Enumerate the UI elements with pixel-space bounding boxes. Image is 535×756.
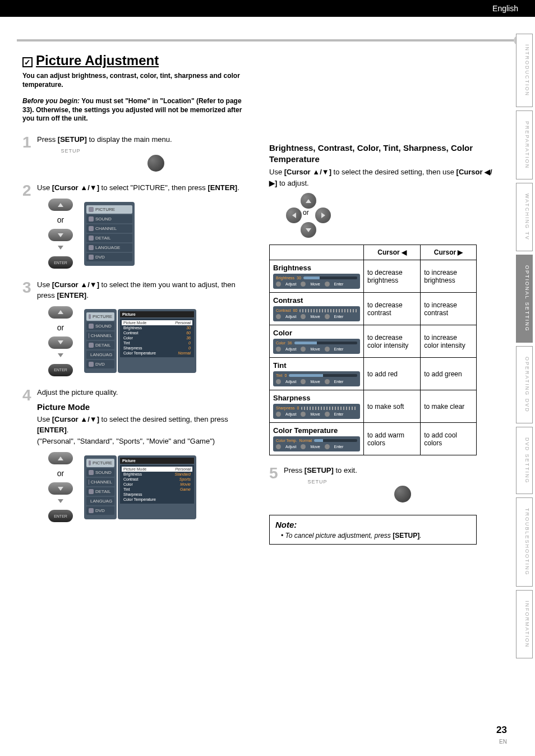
setup-button-figure: SETUP bbox=[306, 479, 499, 503]
osd-param-value: 0 bbox=[297, 406, 299, 410]
step-2-text: Use [Cursor ▲/▼] to select "PICTURE", th… bbox=[37, 183, 252, 193]
table-header-cursor-right: Cursor ▶ bbox=[421, 245, 477, 260]
osd-footer-label: Adjust bbox=[285, 282, 296, 286]
osd-footer-label: Move bbox=[310, 282, 320, 286]
note-item: To cancel picture adjustment, press [SET… bbox=[281, 532, 471, 540]
step-number: 2 bbox=[22, 183, 37, 274]
checkbox-icon: ✓ bbox=[22, 57, 33, 67]
cursor-down-icon bbox=[301, 222, 316, 238]
osd-footer-label: Enter bbox=[334, 282, 344, 286]
step-3: 3 Use [Cursor ▲/▼] to select the item yo… bbox=[22, 280, 252, 381]
cursor-left-effect: to add red bbox=[364, 358, 421, 390]
osd-param-name: Sharpness bbox=[276, 406, 294, 410]
osd-param-name: Color bbox=[276, 341, 285, 345]
settings-value: 60 bbox=[186, 331, 191, 335]
step-4-text: Adjust the picture quality. bbox=[37, 388, 252, 398]
side-tab[interactable]: INFORMATION bbox=[516, 590, 533, 658]
right-column: Brightness, Contrast, Color, Tint, Sharp… bbox=[269, 53, 499, 545]
menu-item-label: CHANNEL bbox=[91, 480, 112, 485]
step-3-figure: or ENTER PICTURESOUNDCHANNELDETAILLANGUA… bbox=[48, 306, 252, 376]
arrow-down-icon bbox=[58, 499, 63, 503]
menu-item-icon bbox=[89, 245, 94, 250]
settings-value: 30 bbox=[186, 326, 191, 330]
settings-list: Picture ModePersonalBrightnessStandardCo… bbox=[120, 465, 194, 504]
settings-value: 0 bbox=[188, 346, 191, 350]
osd-bar bbox=[299, 309, 357, 312]
dpad-vertical: or ENTER bbox=[48, 452, 73, 522]
menu-item-label: DVD bbox=[95, 255, 105, 260]
cursor-down-icon bbox=[48, 229, 73, 241]
osd-footer-icon bbox=[325, 379, 330, 384]
side-tab[interactable]: TROUBLESHOOTING bbox=[516, 497, 533, 587]
osd-bar bbox=[301, 407, 357, 410]
osd-menu-item: LANGUAG bbox=[86, 497, 114, 505]
setup-button-figure: SETUP bbox=[59, 148, 252, 172]
cursor-down-icon bbox=[48, 336, 73, 349]
menu-item-label: DVD bbox=[95, 508, 105, 513]
picture-mode-instruction: Use [Cursor ▲/▼] to select the desired s… bbox=[37, 414, 252, 447]
side-tab[interactable]: WATCHING TV bbox=[516, 183, 533, 251]
osd-menu-item: PICTURE bbox=[86, 205, 132, 214]
osd-footer-label: Move bbox=[310, 412, 320, 416]
menu-item-label: LANGUAGE bbox=[95, 245, 120, 250]
menu-item-icon bbox=[89, 333, 89, 338]
settings-key: Picture Mode bbox=[123, 467, 146, 471]
settings-key: Contrast bbox=[123, 331, 138, 335]
osd-footer-label: Adjust bbox=[285, 347, 296, 351]
adjustment-osd: Contrast60AdjustMoveEnter bbox=[273, 306, 360, 321]
side-tab[interactable]: OPTIONAL SETTING bbox=[516, 255, 533, 343]
osd-param-value: 0 bbox=[284, 374, 287, 377]
step-number: 4 bbox=[22, 388, 37, 528]
cursor-right-effect: to increase contrast bbox=[421, 293, 477, 325]
or-label: or bbox=[303, 209, 309, 216]
step-1-text: Press [SETUP] to display the main menu. bbox=[37, 135, 252, 145]
page-lang: EN bbox=[499, 739, 507, 745]
intro-text: You can adjust brightness, contrast, col… bbox=[22, 72, 252, 89]
osd-menu-item: SOUND bbox=[86, 468, 114, 477]
settings-title: Picture bbox=[120, 311, 194, 317]
menu-item-label: PICTURE bbox=[93, 460, 112, 465]
step-5: 5 Press [SETUP] to exit. SETUP bbox=[269, 465, 499, 508]
step-2-figure: or ENTER PICTURESOUNDCHANNELDETAILLANGUA… bbox=[48, 199, 252, 269]
menu-item-label: LANGUAG bbox=[90, 352, 112, 357]
adjustment-cell: BrightnessBrightness30AdjustMoveEnter bbox=[270, 260, 364, 293]
settings-row: Brightness30 bbox=[122, 325, 192, 330]
osd-menu-item: DVD bbox=[86, 253, 132, 261]
side-tab[interactable]: DVD SETTING bbox=[516, 427, 533, 495]
menu-item-label: SOUND bbox=[95, 216, 112, 222]
menu-item-label: CHANNEL bbox=[95, 226, 117, 231]
osd-menu-item: DETAIL bbox=[86, 487, 114, 496]
side-tab[interactable]: PREPARATION bbox=[516, 110, 533, 179]
left-column: ✓ Picture Adjustment You can adjust brig… bbox=[22, 53, 252, 545]
adjustment-cell: SharpnessSharpness0AdjustMoveEnter bbox=[270, 390, 364, 423]
menu-item-label: DVD bbox=[95, 362, 105, 367]
cursor-left-effect: to decrease contrast bbox=[364, 293, 421, 325]
side-tab[interactable]: OPERATING DVD bbox=[516, 346, 533, 423]
osd-menu-item: DVD bbox=[86, 506, 114, 515]
cursor-left-effect: to decrease color intensity bbox=[364, 325, 421, 358]
osd-footer-icon bbox=[301, 444, 306, 449]
full-dpad-figure: or bbox=[286, 193, 331, 238]
adjustment-name: Contrast bbox=[273, 296, 360, 305]
adjustment-name: Sharpness bbox=[273, 394, 360, 402]
osd-footer-icon bbox=[325, 282, 330, 287]
osd-menu-item: DVD bbox=[86, 360, 114, 368]
settings-row: ColorMovie bbox=[122, 482, 192, 487]
osd-bar bbox=[289, 374, 357, 377]
osd-footer-icon bbox=[301, 314, 306, 319]
osd-menu-item: DETAIL bbox=[86, 234, 132, 242]
osd-footer-label: Adjust bbox=[285, 380, 296, 384]
osd-param-value: 36 bbox=[288, 341, 292, 345]
settings-key: Contrast bbox=[123, 477, 138, 481]
osd-menu-item: LANGUAG bbox=[86, 351, 114, 359]
note-title: Note: bbox=[275, 520, 297, 529]
cursor-right-effect: to increase brightness bbox=[421, 260, 477, 293]
osd-footer-label: Enter bbox=[334, 380, 344, 384]
step-3-text: Use [Cursor ▲/▼] to select the item you … bbox=[37, 280, 252, 300]
osd-footer-label: Enter bbox=[334, 315, 344, 319]
adjustment-osd: Brightness30AdjustMoveEnter bbox=[273, 274, 360, 289]
osd-menu-item: SOUND bbox=[86, 322, 114, 330]
cursor-right-icon bbox=[315, 208, 331, 223]
osd-picture-panel-2: PICTURESOUNDCHANNELDETAILLANGUAGDVD Pict… bbox=[84, 455, 196, 519]
side-tab[interactable]: INTRODUCTION bbox=[516, 34, 533, 107]
